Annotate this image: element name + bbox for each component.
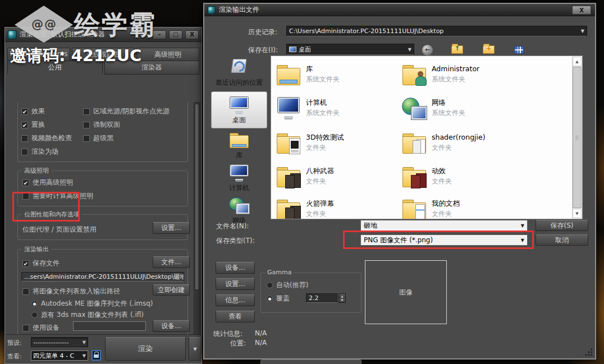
force-2sided-checkbox-row[interactable]: 强制双面 <box>83 120 184 130</box>
devices-button[interactable]: 设备... <box>153 320 190 332</box>
tab-advanced-lighting[interactable]: 高级照明 <box>136 48 199 62</box>
files-button[interactable]: 文件... <box>153 256 190 268</box>
file-item[interactable]: 计算机 系统文件夹 <box>276 95 396 125</box>
use-device-checkbox[interactable] <box>22 325 29 331</box>
tab-renderer[interactable]: 渲染器 <box>104 61 200 75</box>
file-list-scrollbar[interactable]: ▲ ▼ <box>572 57 582 218</box>
render-to-fields-row[interactable]: 渲染为场 <box>21 147 83 156</box>
tab-common[interactable]: 公用 <box>7 61 103 75</box>
up-folder-icon[interactable]: ↑ <box>451 45 463 54</box>
render-to-fields-checkbox[interactable] <box>21 149 28 155</box>
effects-checkbox-row[interactable]: ✔效果 <box>21 107 83 116</box>
effects-checkbox[interactable]: ✔ <box>21 108 28 115</box>
render-button[interactable]: 渲染 <box>105 337 186 361</box>
files-folder-icon <box>401 130 427 156</box>
spin-down-icon[interactable]: ▼ <box>339 298 345 303</box>
place-recent[interactable]: 最近访问的位置 <box>211 57 267 87</box>
imsq-radio-row[interactable]: ●Autodesk ME 图像序列文件 (.imsq) <box>31 299 153 308</box>
displacement-checkbox[interactable]: ✔ <box>21 122 28 128</box>
imsq-radio[interactable]: ● <box>31 301 38 307</box>
file-item[interactable]: shader(rongjie) 文件夹 <box>401 130 521 159</box>
history-dropdown[interactable]: C:\Users\Administrator.PC-20151111ULUJ\D… <box>286 26 587 36</box>
use-device-row[interactable]: 使用设备 <box>22 323 60 333</box>
area-lights-checkbox[interactable] <box>83 108 90 115</box>
resize-grip[interactable] <box>584 348 592 356</box>
scrollbar-thumb[interactable] <box>573 67 582 208</box>
super-black-checkbox-row[interactable]: 超级黑 <box>83 133 184 143</box>
view-button[interactable]: 查看 <box>216 311 255 322</box>
output-path-field[interactable]: ...sers\Administrator.PC-20151111ULUJ\De… <box>21 272 184 282</box>
ifl-radio[interactable] <box>31 312 38 318</box>
displacement-checkbox-row[interactable]: ✔置换 <box>21 120 83 130</box>
file-item[interactable]: 动效 文件夹 <box>401 164 521 193</box>
chevron-down-icon[interactable]: ▼ <box>483 47 486 51</box>
close-button[interactable]: X <box>572 6 591 15</box>
use-adv-lighting-row[interactable]: ✔使用高级照明 <box>22 178 183 187</box>
filename-input[interactable]: 砸地▼ <box>360 220 528 231</box>
back-icon[interactable]: ← <box>422 45 433 56</box>
file-name: 网络 <box>432 98 446 108</box>
viewport-dropdown[interactable]: 四元菜单 4 - C▼ <box>31 351 88 361</box>
lock-icon[interactable] <box>91 350 101 361</box>
save-file-checkbox[interactable]: ✔ <box>22 260 29 267</box>
view-menu-icon[interactable] <box>514 46 524 54</box>
compute-adv-lighting-checkbox[interactable] <box>22 193 29 200</box>
file-item[interactable]: 网络 系统文件夹 <box>401 95 521 125</box>
tab-render-elements[interactable]: Render Elements <box>7 48 70 62</box>
compute-adv-lighting-row[interactable]: 需要时计算高级照明 <box>22 191 183 201</box>
file-item[interactable]: 我的文档 文件夹 <box>401 196 521 219</box>
file-name: 库 <box>306 64 313 74</box>
savetype-dropdown[interactable]: PNG 图像文件 (*.png)▼ <box>360 234 528 246</box>
setup-button[interactable]: 设置... <box>216 278 255 290</box>
file-item[interactable]: 八种武器 文件夹 <box>276 164 396 193</box>
image-file-list-row[interactable]: 将图像文件列表放入输出路径 <box>22 287 120 296</box>
scroll-down-icon[interactable]: ▼ <box>573 209 582 218</box>
bitmap-setup-button[interactable]: 设置... <box>153 222 190 234</box>
history-value: C:\Users\Administrator.PC-20151111ULUJ\D… <box>289 27 443 35</box>
gamma-override-row[interactable]: ●覆盖 <box>267 294 290 303</box>
file-item[interactable]: 3D特效测试 文件夹 <box>276 130 396 159</box>
minimize-button[interactable]: – <box>153 30 166 39</box>
close-button[interactable]: X <box>185 30 199 39</box>
place-computer[interactable]: 计算机 <box>211 163 267 193</box>
scrollbar-thumb[interactable] <box>195 104 199 290</box>
preset-dropdown[interactable]: ----------------▼ <box>31 337 88 347</box>
file-dialog-titlebar[interactable]: 渲染输出文件 <box>204 4 595 16</box>
imsq-radio-label: Autodesk ME 图像序列文件 (.imsq) <box>41 299 153 308</box>
super-black-checkbox[interactable] <box>83 135 90 142</box>
tab-raytracer[interactable]: 光线跟踪器 <box>72 48 135 62</box>
gamma-spinner[interactable]: ▲▼ <box>338 293 346 303</box>
save-in-dropdown[interactable]: 桌面▼ <box>286 44 414 55</box>
render-flyout-button[interactable]: ▼ <box>189 337 202 361</box>
maximize-button[interactable]: □ <box>169 30 182 39</box>
scroll-up-icon[interactable]: ▲ <box>573 57 582 66</box>
file-item[interactable]: 库 系统文件夹 <box>276 62 396 91</box>
viewport-value: 四元菜单 4 - C <box>33 352 74 360</box>
area-lights-checkbox-row[interactable]: 区域光源/阴影视作点光源 <box>83 107 184 116</box>
image-file-list-checkbox[interactable] <box>22 288 29 295</box>
spin-up-icon[interactable]: ▲ <box>339 294 345 298</box>
ifl-radio-row[interactable]: 原有 3ds max 图像文件列表 (.ifl) <box>31 310 144 320</box>
gamma-auto-row[interactable]: 自动(推荐) <box>267 280 308 290</box>
save-button[interactable]: 保存(S) <box>536 220 588 231</box>
info-button[interactable]: 信息... <box>216 294 255 306</box>
save-file-row[interactable]: ✔保存文件 <box>22 259 60 268</box>
device-field[interactable] <box>73 321 146 331</box>
render-setup-scrollbar[interactable] <box>194 102 200 342</box>
render-setup-titlebar[interactable]: 渲染设置: 默认扫描线渲染器 – □ X <box>5 27 202 42</box>
cancel-button[interactable]: 取消 <box>536 234 588 246</box>
gamma-auto-radio[interactable] <box>267 282 273 288</box>
documents-folder-icon <box>401 196 427 219</box>
video-color-checkbox[interactable] <box>21 135 28 142</box>
create-now-button[interactable]: 立即创建 <box>153 284 190 296</box>
video-color-check-row[interactable]: 视频颜色检查 <box>21 133 83 143</box>
gamma-value-field[interactable]: 2.2 <box>306 293 337 303</box>
file-item[interactable]: Administrator 系统文件夹 <box>401 62 521 91</box>
file-item[interactable]: 火箭弹幕 文件夹 <box>276 196 396 219</box>
place-libraries[interactable]: 库 <box>211 131 267 160</box>
force-2sided-checkbox[interactable] <box>83 122 90 128</box>
place-desktop[interactable]: 桌面 <box>211 91 267 128</box>
use-adv-lighting-checkbox[interactable]: ✔ <box>22 179 29 186</box>
devices-button[interactable]: 设备... <box>216 262 255 274</box>
gamma-override-radio[interactable]: ● <box>267 296 273 302</box>
